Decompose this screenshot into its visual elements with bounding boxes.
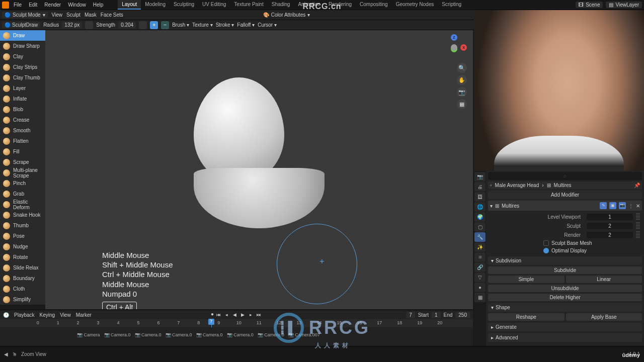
color-attr-selector[interactable]: 🎨Color Attributes ▾ xyxy=(263,12,310,18)
ptab-particles-icon[interactable]: ✨ xyxy=(474,242,486,252)
props-search-input[interactable]: ⌕ xyxy=(488,172,642,180)
tool-rotate[interactable]: Rotate xyxy=(0,252,45,262)
sculpt-base-checkbox[interactable] xyxy=(543,240,549,246)
tool-inflate[interactable]: Inflate xyxy=(0,94,45,104)
axis-z-icon[interactable]: Z xyxy=(451,34,457,41)
tool-thumb[interactable]: Thumb xyxy=(0,220,45,231)
jump-start-icon[interactable]: ⏮ xyxy=(215,311,222,318)
strength-value[interactable]: 0.204 xyxy=(118,22,136,28)
optimal-display-checkbox[interactable] xyxy=(543,248,549,253)
menu-render[interactable]: Render xyxy=(42,1,63,9)
menu-facesets[interactable]: Face Sets xyxy=(101,12,123,18)
tool-clay[interactable]: Clay xyxy=(0,51,45,62)
menu-help[interactable]: Help xyxy=(91,1,106,9)
advanced-section[interactable]: ▸ Advanced xyxy=(488,333,642,342)
pin-icon[interactable]: 📌 xyxy=(634,183,640,188)
tool-draw-sharp[interactable]: Draw Sharp xyxy=(0,41,45,51)
pan-icon[interactable]: ✋ xyxy=(457,75,467,85)
ptab-view-icon[interactable]: 🖼 xyxy=(474,192,486,202)
add-subtract-add-icon[interactable]: + xyxy=(150,21,158,29)
tool-slide-relax[interactable]: Slide Relax xyxy=(0,262,45,273)
tab-sculpting[interactable]: Sculpting xyxy=(170,0,198,10)
tool-smooth[interactable]: Smooth xyxy=(0,125,45,136)
camera-marker[interactable]: 📷 Camera xyxy=(75,332,102,337)
play-icon[interactable]: ▶ xyxy=(239,311,246,318)
ptab-texture-icon[interactable]: ▦ xyxy=(474,293,486,302)
axis-center[interactable] xyxy=(451,44,457,51)
end-frame-input[interactable]: 250 xyxy=(455,312,470,318)
camera-marker[interactable]: 📷 Camera.0 xyxy=(225,332,255,337)
viewlayer-selector[interactable]: ▤ViewLayer xyxy=(606,2,642,8)
tool-blob[interactable]: Blob xyxy=(0,104,45,115)
camera-marker[interactable]: 📷 Camera.0 xyxy=(164,332,194,337)
next-key-icon[interactable]: ▸ xyxy=(247,311,254,318)
modifier-header[interactable]: ▾⊞ Multires ✎ ▣ 📷 ⋮ ✕ xyxy=(488,201,642,211)
render-level-input[interactable]: 2 xyxy=(587,232,633,238)
tool-grab[interactable]: Grab xyxy=(0,189,45,199)
zoom-icon[interactable]: 🔍 xyxy=(457,63,467,73)
mod-display-icon[interactable]: ▣ xyxy=(609,202,616,209)
generate-section[interactable]: ▸ Generate xyxy=(488,323,642,331)
dd-brush[interactable]: Brush ▾ xyxy=(172,22,189,28)
timeline-body[interactable]: 📷 Camera📷 Camera.0📷 Camera.0📷 Camera.0📷 … xyxy=(0,327,473,346)
tool-snake-hook[interactable]: Snake Hook xyxy=(0,210,45,220)
tool-fill[interactable]: Fill xyxy=(0,146,45,157)
mode-dropdown[interactable]: 🔵 Sculpt Mode ▾ xyxy=(2,12,48,18)
tool-crease[interactable]: Crease xyxy=(0,115,45,125)
mod-edit-icon[interactable]: ✎ xyxy=(600,202,607,209)
ptab-modifier-icon[interactable]: 🔧 xyxy=(474,232,486,242)
add-subtract-sub-icon[interactable]: − xyxy=(161,21,169,29)
back-icon[interactable]: ◀ xyxy=(4,351,8,357)
ptab-object-icon[interactable]: ▢ xyxy=(474,222,486,232)
start-frame-input[interactable]: 1 xyxy=(432,312,441,318)
level-viewport-input[interactable]: 1 xyxy=(587,214,633,220)
mod-delete-icon[interactable]: ✕ xyxy=(636,203,640,209)
ptab-render-icon[interactable]: 📷 xyxy=(474,172,486,182)
tab-texturepaint[interactable]: Texture Paint xyxy=(230,0,267,10)
tl-view[interactable]: View xyxy=(60,312,71,318)
breadcrumb-object[interactable]: Male Average Head xyxy=(495,183,539,188)
tab-layout[interactable]: Layout xyxy=(118,0,141,10)
axis-gizmo[interactable]: Z X Y xyxy=(441,34,467,60)
tl-keying[interactable]: Keying xyxy=(40,312,55,318)
ptab-material-icon[interactable]: ● xyxy=(474,283,486,292)
tool-nudge[interactable]: Nudge xyxy=(0,241,45,252)
dd-cursor[interactable]: Cursor ▾ xyxy=(258,22,277,28)
modifier-name-input[interactable]: Multires xyxy=(502,203,519,209)
menu-sculpt[interactable]: Sculpt xyxy=(66,12,80,18)
tool-multi-plane-scrape[interactable]: Multi-plane Scrape xyxy=(0,167,45,178)
tl-marker[interactable]: Marker xyxy=(76,312,92,318)
dd-texture[interactable]: Texture ▾ xyxy=(192,22,213,28)
scene-selector[interactable]: 🎞Scene xyxy=(576,2,603,8)
menu-mask[interactable]: Mask xyxy=(85,12,97,18)
reshape-button[interactable]: Reshape xyxy=(488,313,565,321)
tool-clay-strips[interactable]: Clay Strips xyxy=(0,62,45,72)
ptab-physics-icon[interactable]: ⚛ xyxy=(474,252,486,262)
brush-selector[interactable]: 🔵 SculptDraw xyxy=(2,22,40,28)
tab-uv[interactable]: UV Editing xyxy=(198,0,230,10)
subdivision-section[interactable]: ▾ Subdivision xyxy=(488,256,642,265)
radius-pressure-icon[interactable] xyxy=(85,21,93,29)
tool-draw[interactable]: Draw xyxy=(0,30,45,41)
tool-boundary[interactable]: Boundary xyxy=(0,273,45,284)
radius-value[interactable]: 132 px xyxy=(62,22,82,28)
ptab-scene-icon[interactable]: 🌐 xyxy=(474,202,486,212)
mod-render-icon[interactable]: 📷 xyxy=(619,202,626,209)
tool-pose[interactable]: Pose xyxy=(0,231,45,241)
current-frame-input[interactable]: 7 xyxy=(406,312,415,318)
unsubdivide-button[interactable]: Unsubdivide xyxy=(488,285,642,292)
axis-x-icon[interactable]: X xyxy=(460,44,467,51)
tab-scripting[interactable]: Scripting xyxy=(438,0,465,10)
tl-playback[interactable]: Playback xyxy=(14,312,35,318)
tab-geonodes[interactable]: Geometry Nodes xyxy=(392,0,438,10)
camera-view-icon[interactable]: 📷 xyxy=(457,87,467,97)
camera-marker[interactable]: 📷 Camera.0 xyxy=(195,332,224,337)
breadcrumb-modifier[interactable]: Multires xyxy=(554,183,572,188)
sculpt-level-input[interactable]: 2 xyxy=(587,223,633,229)
ptab-mesh-icon[interactable]: ▽ xyxy=(474,273,486,282)
tab-compositing[interactable]: Compositing xyxy=(356,0,392,10)
timeline-ruler[interactable]: 01234567891011121314151617181920 xyxy=(0,319,473,327)
apply-base-button[interactable]: Apply Base xyxy=(566,313,642,321)
dd-stroke[interactable]: Stroke ▾ xyxy=(216,22,234,28)
prev-key-icon[interactable]: ◂ xyxy=(223,311,230,318)
